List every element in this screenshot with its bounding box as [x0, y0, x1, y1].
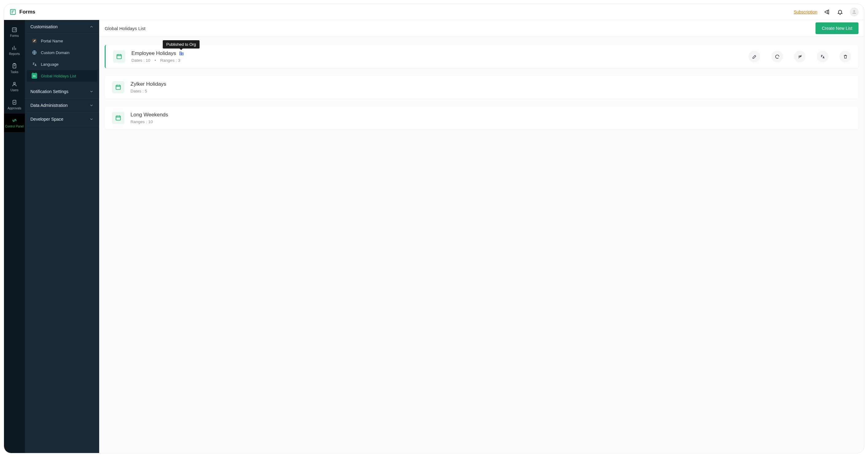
calendar-icon [112, 112, 124, 124]
rail-label: Tasks [10, 70, 19, 74]
calendar-icon [113, 50, 125, 63]
rail-reports[interactable]: Reports [4, 41, 25, 59]
group-notification-settings[interactable]: Notification Settings [25, 85, 99, 99]
content-header: Global Holidays List Create New List [99, 20, 864, 37]
holiday-list-card[interactable]: Employee Holidays Published to Org Dates… [105, 45, 859, 68]
app-title: Forms [19, 9, 35, 15]
list-meta: Dates : 10 Ranges : 3 [131, 58, 742, 63]
chevron-down-icon [89, 117, 94, 121]
unpublish-button[interactable] [794, 51, 806, 62]
list-name: Employee Holidays [131, 50, 176, 57]
app-logo-icon [9, 9, 16, 16]
group-label: Developer Space [30, 117, 63, 122]
sidebar-item-custom-domain[interactable]: Custom Domain [25, 47, 99, 58]
main-content: Global Holidays List Create New List Emp… [99, 20, 864, 453]
calendar-31-icon: 31 [32, 73, 37, 79]
edit-note-icon [32, 38, 37, 43]
sidebar-item-global-holidays[interactable]: 31 Global Holidays List [27, 70, 97, 82]
svg-rect-11 [116, 85, 121, 90]
create-new-list-button[interactable]: Create New List [815, 23, 859, 34]
delete-button[interactable] [839, 51, 851, 62]
rail-label: Forms [10, 34, 19, 37]
globe-icon [32, 50, 37, 55]
tooltip-published: Published to Org [163, 40, 200, 49]
group-customisation[interactable]: Customisation [25, 20, 99, 34]
edit-button[interactable] [749, 51, 760, 62]
sidebar-item-portal-name[interactable]: Portal Name [25, 35, 99, 47]
rail-label: Reports [9, 52, 20, 56]
sync-button[interactable] [771, 51, 783, 62]
svg-rect-12 [116, 116, 121, 120]
calendar-icon [112, 81, 124, 93]
group-label: Data Administration [30, 103, 67, 108]
sidebar-item-label: Portal Name [41, 39, 63, 43]
page-title: Global Holidays List [105, 26, 146, 31]
list-meta: Dates : 5 [130, 89, 851, 93]
published-to-org-icon[interactable] [179, 51, 184, 56]
chevron-down-icon [89, 103, 94, 108]
language-icon [32, 61, 37, 67]
side-panel: Customisation Portal Name Custom Domain [25, 20, 99, 453]
group-developer-space[interactable]: Developer Space [25, 113, 99, 126]
holiday-list-card[interactable]: Long Weekends Ranges : 10 [105, 106, 859, 130]
group-label: Notification Settings [30, 89, 68, 94]
sidebar-item-language[interactable]: Language [25, 58, 99, 70]
translate-button[interactable] [817, 51, 828, 62]
nav-rail: Forms Reports Tasks Users Approvals Cont… [4, 20, 25, 453]
avatar[interactable] [850, 8, 859, 16]
svg-rect-8 [117, 55, 122, 59]
rail-label: Approvals [8, 106, 21, 110]
sidebar-item-label: Language [41, 62, 59, 67]
rail-users[interactable]: Users [4, 78, 25, 95]
rail-approvals[interactable]: Approvals [4, 95, 25, 114]
list-name: Long Weekends [130, 112, 168, 118]
sidebar-item-label: Global Holidays List [41, 74, 76, 78]
rail-label: Control Panel [5, 125, 24, 128]
rail-forms[interactable]: Forms [4, 23, 25, 41]
announcement-icon[interactable] [824, 9, 830, 15]
list-meta: Ranges : 10 [130, 119, 851, 124]
rail-control-panel[interactable]: Control Panel [4, 114, 25, 132]
holiday-list-card[interactable]: Zylker Holidays Dates : 5 [105, 75, 859, 99]
bell-icon[interactable] [837, 9, 843, 15]
group-data-administration[interactable]: Data Administration [25, 99, 99, 113]
sidebar-item-label: Custom Domain [41, 50, 69, 55]
group-label: Customisation [30, 24, 58, 29]
list-name: Zylker Holidays [130, 81, 166, 87]
rail-tasks[interactable]: Tasks [4, 59, 25, 78]
svg-point-1 [853, 10, 855, 12]
top-bar: Forms Subscription [4, 4, 864, 20]
subscription-link[interactable]: Subscription [794, 9, 817, 14]
chevron-down-icon [89, 89, 94, 94]
svg-point-4 [13, 82, 16, 84]
content-body: Employee Holidays Published to Org Dates… [99, 37, 864, 453]
chevron-up-icon [89, 25, 94, 29]
rail-label: Users [10, 88, 19, 92]
